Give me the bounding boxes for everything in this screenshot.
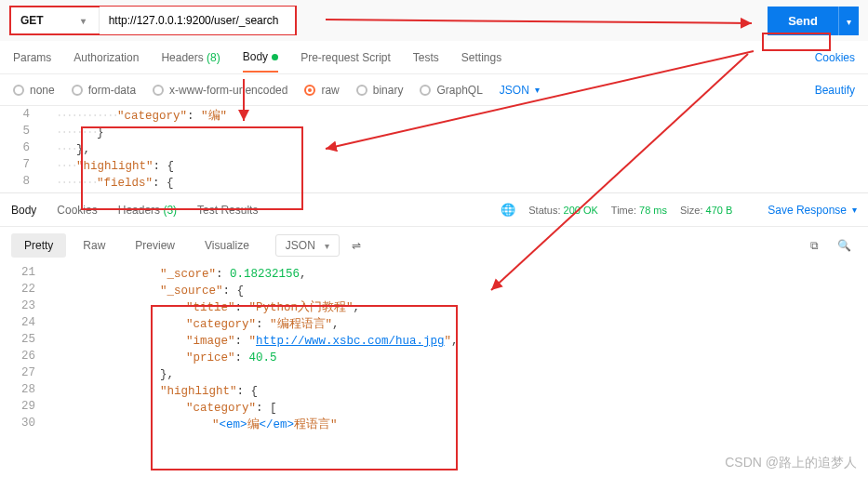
request-tabs: Params Authorization Headers (8) Body Pr… <box>0 41 868 74</box>
send-group: Send ▾ <box>768 7 859 35</box>
send-button[interactable]: Send <box>768 7 838 35</box>
radio-none[interactable]: none <box>13 84 55 97</box>
request-body-editor[interactable]: 4 5 6 7 8 ············"category": "编" ··… <box>0 106 868 193</box>
view-pretty[interactable]: Pretty <box>11 233 66 258</box>
chevron-down-icon: ▾ <box>81 16 86 26</box>
body-lang-select[interactable]: JSON▾ <box>500 84 540 97</box>
tab-body[interactable]: Body <box>243 43 278 73</box>
tab-authorization[interactable]: Authorization <box>73 44 139 72</box>
tab-prerequest[interactable]: Pre-request Script <box>300 44 391 72</box>
resp-tab-headers[interactable]: Headers (3) <box>118 204 177 217</box>
url-input[interactable] <box>100 7 295 34</box>
search-icon[interactable]: 🔍 <box>831 232 857 258</box>
copy-icon[interactable]: ⧉ <box>801 232 827 258</box>
chevron-down-icon: ▾ <box>847 17 851 27</box>
method-url-group: GET ▾ <box>9 6 297 35</box>
view-visualize[interactable]: Visualize <box>192 233 262 258</box>
status-area: 🌐 Status: 200 OK Time: 78 ms Size: 470 B <box>501 203 732 217</box>
resp-tab-cookies[interactable]: Cookies <box>57 204 97 217</box>
method-label: GET <box>20 14 44 27</box>
dot-icon <box>272 54 278 60</box>
response-tabs: Body Cookies Headers (3) Test Results 🌐 … <box>0 193 868 227</box>
radio-form-data[interactable]: form-data <box>72 84 136 97</box>
send-dropdown-button[interactable]: ▾ <box>838 7 859 35</box>
resp-tab-body[interactable]: Body <box>11 204 36 217</box>
save-response[interactable]: Save Response▾ <box>768 204 857 217</box>
radio-raw[interactable]: raw <box>304 84 339 97</box>
radio-graphql[interactable]: GraphQL <box>420 84 482 97</box>
chevron-down-icon: ▾ <box>852 205 857 215</box>
cookies-link[interactable]: Cookies <box>815 51 855 64</box>
status-time: 78 ms <box>639 205 667 216</box>
response-view-row: Pretty Raw Preview Visualize JSON▾ ⇌ ⧉ 🔍 <box>0 227 868 264</box>
method-select[interactable]: GET ▾ <box>11 7 100 33</box>
beautify-link[interactable]: Beautify <box>815 84 855 97</box>
wrap-icon[interactable]: ⇌ <box>343 232 369 258</box>
body-type-row: none form-data x-www-form-urlencoded raw… <box>0 74 868 106</box>
tab-tests[interactable]: Tests <box>413 44 439 72</box>
radio-xform[interactable]: x-www-form-urlencoded <box>153 84 287 97</box>
status-size: 470 B <box>706 205 733 216</box>
request-bar: GET ▾ Send ▾ <box>0 0 868 41</box>
tab-headers[interactable]: Headers (8) <box>161 44 220 72</box>
globe-icon: 🌐 <box>501 203 515 217</box>
chevron-down-icon: ▾ <box>535 85 540 95</box>
resp-tab-tests[interactable]: Test Results <box>197 204 258 217</box>
watermark: CSDN @路上的追梦人 <box>725 455 857 471</box>
response-lang-select[interactable]: JSON▾ <box>275 234 340 257</box>
chevron-down-icon: ▾ <box>325 241 329 251</box>
response-body-editor[interactable]: 21 22 23 24 25 26 27 28 29 30 "_score": … <box>0 264 868 445</box>
tab-settings[interactable]: Settings <box>461 44 501 72</box>
tab-params[interactable]: Params <box>13 44 51 72</box>
view-raw[interactable]: Raw <box>70 233 118 258</box>
view-preview[interactable]: Preview <box>122 233 188 258</box>
radio-binary[interactable]: binary <box>356 84 404 97</box>
status-code: 200 OK <box>564 205 598 216</box>
